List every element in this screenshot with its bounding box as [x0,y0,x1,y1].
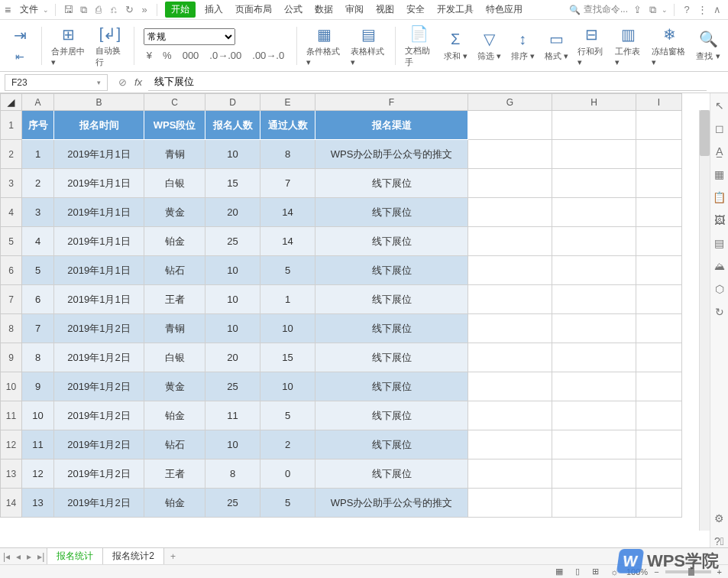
empty-cell[interactable] [468,256,552,285]
cursor-icon[interactable]: ↖ [715,99,724,112]
print-preview-icon[interactable]: ⧉ [77,4,89,16]
data-cell[interactable]: 25 [205,489,260,518]
header-cell[interactable] [468,111,552,140]
data-cell[interactable]: 5 [22,256,54,285]
data-cell[interactable]: 10 [205,314,260,343]
data-cell[interactable]: 2019年1月1日 [54,285,144,314]
style-a-icon[interactable]: A̲ [716,145,723,157]
spreadsheet-grid[interactable]: ◢ABCDEFGHI1序号报名时间WPS段位报名人数通过人数报名渠道212019… [0,93,710,547]
doc-helper-button[interactable]: 📄 文档助手 [405,24,434,68]
data-cell[interactable]: 8 [205,459,260,489]
empty-cell[interactable] [552,489,636,518]
header-cell[interactable]: 报名渠道 [315,111,468,140]
data-cell[interactable]: 线下展位 [315,198,468,227]
empty-cell[interactable] [468,343,552,372]
sheet-tab-active[interactable]: 报名统计 [47,547,103,566]
clipboard-icon[interactable]: 📋 [713,191,726,203]
data-cell[interactable]: WPS办公助手公众号的推文 [315,489,468,518]
data-cell[interactable]: 14 [260,198,315,227]
data-cell[interactable]: 线下展位 [315,401,468,430]
undo-icon[interactable]: ⎌ [108,4,120,16]
data-cell[interactable]: 10 [205,430,260,459]
empty-cell[interactable] [636,169,682,198]
data-cell[interactable]: 2019年1月1日 [54,198,144,227]
data-cell[interactable]: 10 [260,372,315,401]
data-cell[interactable]: 铂金 [144,489,205,518]
column-header[interactable]: A [22,94,54,111]
data-cell[interactable]: 10 [22,401,54,430]
data-cell[interactable]: 钻石 [144,430,205,459]
data-cell[interactable]: WPS办公助手公众号的推文 [315,140,468,169]
indent-group[interactable]: ⇥ ⇤ [8,25,32,67]
auto-wrap-button[interactable]: [↲] 自动换行 [95,24,125,68]
data-cell[interactable]: 5 [260,401,315,430]
help-side-icon[interactable]: ?⃝ [714,535,724,547]
view-break-icon[interactable]: ⊞ [590,567,602,576]
data-cell[interactable]: 2019年1月2日 [54,343,144,372]
empty-cell[interactable] [468,285,552,314]
column-header[interactable]: B [54,94,144,111]
data-cell[interactable]: 1 [22,140,54,169]
layout-icon[interactable]: ▤ [714,237,724,249]
overflow-icon[interactable]: ⋮ [696,4,708,16]
data-cell[interactable]: 5 [260,489,315,518]
empty-cell[interactable] [468,401,552,430]
merge-center-button[interactable]: ⊞ 合并居中 ▾ [51,24,86,67]
table-style-button[interactable]: ▤ 表格样式 ▾ [351,24,386,67]
row-header[interactable]: 11 [1,401,22,430]
tab-nav-first-icon[interactable]: |◂ [0,551,13,562]
tab-devtools[interactable]: 开发工具 [432,2,478,18]
data-cell[interactable]: 7 [22,314,54,343]
settings-icon[interactable]: ⚙ [714,512,724,524]
header-cell[interactable] [636,111,682,140]
scrollbar-thumb[interactable] [700,110,710,156]
tab-special[interactable]: 特色应用 [481,2,527,18]
collapse-icon[interactable]: ∧ [711,4,723,16]
empty-cell[interactable] [468,372,552,401]
empty-cell[interactable] [552,140,636,169]
row-header[interactable]: 6 [1,256,22,285]
select-all-corner[interactable]: ◢ [1,94,22,111]
data-cell[interactable]: 1 [260,285,315,314]
empty-cell[interactable] [552,459,636,489]
fx-label[interactable]: fx [134,76,142,88]
empty-cell[interactable] [552,430,636,459]
picture-icon[interactable]: ⛰ [714,260,725,272]
row-header[interactable]: 13 [1,459,22,489]
empty-cell[interactable] [636,140,682,169]
row-header[interactable]: 4 [1,198,22,227]
data-cell[interactable]: 15 [205,169,260,198]
data-cell[interactable]: 线下展位 [315,372,468,401]
column-header[interactable]: E [260,94,315,111]
data-cell[interactable]: 3 [22,198,54,227]
row-header[interactable]: 8 [1,314,22,343]
data-cell[interactable]: 2019年1月2日 [54,372,144,401]
tab-layout[interactable]: 页面布局 [231,2,277,18]
data-cell[interactable]: 2019年1月2日 [54,430,144,459]
row-header[interactable]: 1 [1,111,22,140]
redo-icon[interactable]: ↻ [123,4,135,16]
tab-nav-prev-icon[interactable]: ◂ [13,551,24,562]
empty-cell[interactable] [552,314,636,343]
header-cell[interactable]: WPS段位 [144,111,205,140]
empty-cell[interactable] [552,285,636,314]
percent-button[interactable]: % [160,48,175,63]
header-cell[interactable]: 报名人数 [205,111,260,140]
data-cell[interactable]: 线下展位 [315,430,468,459]
row-header[interactable]: 7 [1,285,22,314]
data-cell[interactable]: 铂金 [144,227,205,256]
empty-cell[interactable] [636,372,682,401]
empty-cell[interactable] [636,227,682,256]
empty-cell[interactable] [468,169,552,198]
data-cell[interactable]: 10 [205,140,260,169]
row-header[interactable]: 2 [1,140,22,169]
data-cell[interactable]: 线下展位 [315,314,468,343]
data-cell[interactable]: 20 [205,343,260,372]
shape-icon[interactable]: ⬡ [715,283,724,295]
data-cell[interactable]: 5 [260,256,315,285]
worksheet-button[interactable]: ▥ 工作表 ▾ [615,24,642,67]
empty-cell[interactable] [468,314,552,343]
empty-cell[interactable] [636,489,682,518]
data-cell[interactable]: 线下展位 [315,227,468,256]
empty-cell[interactable] [636,285,682,314]
